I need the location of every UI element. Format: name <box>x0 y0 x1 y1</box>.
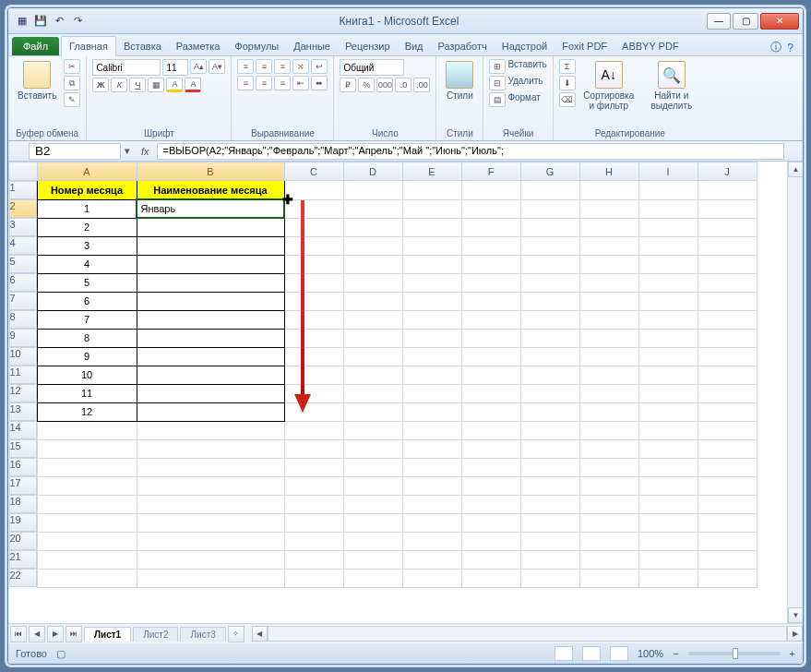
align-middle-icon[interactable]: ≡ <box>256 59 272 74</box>
cell-B22[interactable] <box>137 569 284 587</box>
cell-J16[interactable] <box>698 458 757 476</box>
cell-C15[interactable] <box>284 439 343 458</box>
cell-D11[interactable] <box>343 366 402 384</box>
cell-H20[interactable] <box>579 532 638 550</box>
cell-E1[interactable] <box>402 181 461 200</box>
tab-home[interactable]: Главная <box>61 36 116 56</box>
row-header-1[interactable]: 1 <box>9 181 37 199</box>
cell-H21[interactable] <box>579 550 638 569</box>
cell-C14[interactable] <box>284 421 343 439</box>
number-format-select[interactable] <box>340 59 404 76</box>
file-tab[interactable]: Файл <box>12 37 59 55</box>
cell-D6[interactable] <box>343 273 402 292</box>
cell-A6[interactable]: 5 <box>37 273 137 292</box>
zoom-slider[interactable] <box>688 652 781 655</box>
fill-icon[interactable]: ⬇ <box>559 76 576 90</box>
cell-B4[interactable] <box>137 236 284 255</box>
cell-A12[interactable]: 11 <box>37 384 137 402</box>
cell-E17[interactable] <box>402 476 461 495</box>
grow-font-icon[interactable]: A▴ <box>190 59 207 74</box>
cell-F22[interactable] <box>461 569 520 587</box>
cell-A4[interactable]: 3 <box>37 236 137 255</box>
cell-D17[interactable] <box>343 476 402 495</box>
cell-I18[interactable] <box>638 495 698 513</box>
cell-I21[interactable] <box>638 550 698 569</box>
cell-D1[interactable] <box>343 181 402 200</box>
row-header-13[interactable]: 13 <box>9 402 37 421</box>
cell-J17[interactable] <box>698 476 757 495</box>
tab-insert[interactable]: Вставка <box>116 37 169 55</box>
view-normal-icon[interactable] <box>555 646 573 661</box>
cell-I4[interactable] <box>638 236 698 255</box>
shrink-font-icon[interactable]: A▾ <box>209 59 225 74</box>
cell-F19[interactable] <box>461 513 520 532</box>
cell-F12[interactable] <box>461 384 520 402</box>
row-header-8[interactable]: 8 <box>9 310 37 329</box>
cell-J21[interactable] <box>698 550 757 569</box>
cell-G21[interactable] <box>520 550 579 569</box>
col-header-A[interactable]: A <box>37 162 137 181</box>
cell-E7[interactable] <box>402 292 461 310</box>
sheet-tab-3[interactable]: Лист3 <box>180 627 225 642</box>
cell-F18[interactable] <box>461 495 520 513</box>
font-size-input[interactable] <box>162 59 188 76</box>
row-header-17[interactable]: 17 <box>9 476 37 495</box>
cell-G7[interactable] <box>520 292 579 310</box>
cell-F15[interactable] <box>461 439 520 458</box>
cell-B11[interactable] <box>137 366 284 384</box>
cell-A8[interactable]: 7 <box>37 310 137 329</box>
cell-G18[interactable] <box>520 495 579 513</box>
col-header-D[interactable]: D <box>343 162 402 181</box>
percent-icon[interactable]: % <box>358 78 375 92</box>
cell-I5[interactable] <box>638 255 698 273</box>
cell-A7[interactable]: 6 <box>37 292 137 310</box>
col-header-E[interactable]: E <box>402 162 461 181</box>
cell-J14[interactable] <box>698 421 757 439</box>
cell-G14[interactable] <box>520 421 579 439</box>
tab-formulas[interactable]: Формулы <box>227 37 286 55</box>
align-left-icon[interactable]: ≡ <box>237 76 254 90</box>
cell-A20[interactable] <box>37 532 137 550</box>
inc-decimal-icon[interactable]: .0 <box>395 78 411 92</box>
row-header-6[interactable]: 6 <box>9 273 37 292</box>
cell-F11[interactable] <box>461 366 520 384</box>
cell-E5[interactable] <box>402 255 461 273</box>
cell-J15[interactable] <box>698 439 757 458</box>
cell-C19[interactable] <box>284 513 343 532</box>
cell-C4[interactable] <box>284 236 343 255</box>
cell-B14[interactable] <box>137 421 284 439</box>
cell-F16[interactable] <box>461 458 520 476</box>
cell-A3[interactable]: 2 <box>37 218 137 236</box>
col-header-C[interactable]: C <box>284 162 343 181</box>
copy-icon[interactable]: ⧉ <box>64 76 80 90</box>
cell-D7[interactable] <box>343 292 402 310</box>
cell-C1[interactable] <box>284 181 343 200</box>
cell-C2[interactable] <box>284 199 343 218</box>
cell-H14[interactable] <box>579 421 638 439</box>
cell-A15[interactable] <box>37 439 137 458</box>
cell-C20[interactable] <box>284 532 343 550</box>
cell-F8[interactable] <box>461 310 520 329</box>
cell-D8[interactable] <box>343 310 402 329</box>
cell-G4[interactable] <box>520 236 579 255</box>
cell-G12[interactable] <box>520 384 579 402</box>
cell-C16[interactable] <box>284 458 343 476</box>
cell-D14[interactable] <box>343 421 402 439</box>
cell-J1[interactable] <box>698 181 757 200</box>
underline-icon[interactable]: Ч <box>129 78 146 92</box>
font-name-input[interactable] <box>92 59 161 76</box>
minimize-button[interactable]: — <box>707 13 731 30</box>
tab-addins[interactable]: Надстрой <box>495 37 555 55</box>
cell-F6[interactable] <box>461 273 520 292</box>
cell-A13[interactable]: 12 <box>37 402 137 421</box>
cell-A14[interactable] <box>37 421 137 439</box>
merge-icon[interactable]: ⬌ <box>311 76 328 90</box>
cell-I14[interactable] <box>638 421 698 439</box>
comma-icon[interactable]: 000 <box>376 78 393 92</box>
cell-G3[interactable] <box>520 218 579 236</box>
row-header-12[interactable]: 12 <box>9 384 37 402</box>
cell-J13[interactable] <box>698 402 757 421</box>
cell-D19[interactable] <box>343 513 402 532</box>
cell-H2[interactable] <box>579 199 638 218</box>
col-header-G[interactable]: G <box>520 162 579 181</box>
